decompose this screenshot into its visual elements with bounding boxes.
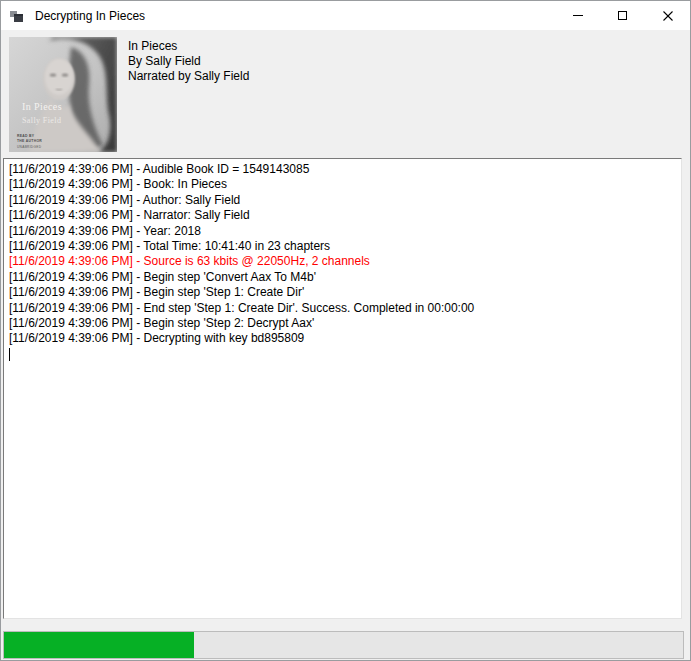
cover-readby-line2: THE AUTHOR: [17, 139, 42, 143]
book-info: In Pieces By Sally Field Narrated by Sal…: [128, 39, 249, 84]
cover-edition-text: UNABRIDGED: [17, 145, 42, 149]
log-line: [11/6/2019 4:39:06 PM] - Begin step 'Ste…: [9, 316, 676, 331]
log-line: [11/6/2019 4:39:06 PM] - Total Time: 10:…: [9, 239, 676, 254]
window-title: Decrypting In Pieces: [35, 9, 555, 23]
book-narrator: Narrated by Sally Field: [128, 69, 249, 84]
cover-title-text: In Pieces: [22, 101, 62, 112]
caption-buttons: [555, 1, 690, 30]
log-line: [11/6/2019 4:39:06 PM] - Decrypting with…: [9, 331, 676, 346]
log-line: [11/6/2019 4:39:06 PM] - Source is 63 kb…: [9, 254, 676, 269]
log-line: [11/6/2019 4:39:06 PM] - Audible Book ID…: [9, 162, 676, 177]
log-output[interactable]: [11/6/2019 4:39:06 PM] - Audible Book ID…: [3, 158, 682, 619]
book-cover-image: In Pieces Sally Field READ BY THE AUTHOR…: [9, 37, 117, 152]
progress-bar-fill: [4, 632, 194, 658]
maximize-icon: [618, 11, 627, 20]
cover-readby-line1: READ BY: [17, 134, 35, 138]
close-icon: [663, 11, 673, 21]
title-bar[interactable]: Decrypting In Pieces: [1, 1, 690, 30]
close-button[interactable]: [645, 1, 690, 30]
book-title: In Pieces: [128, 39, 249, 54]
log-line: [11/6/2019 4:39:06 PM] - Author: Sally F…: [9, 193, 676, 208]
log-line: [11/6/2019 4:39:06 PM] - Begin step 'Ste…: [9, 285, 676, 300]
maximize-button[interactable]: [600, 1, 645, 30]
progress-bar: [3, 631, 684, 659]
book-author: By Sally Field: [128, 54, 249, 69]
text-caret: [9, 348, 10, 361]
minimize-button[interactable]: [555, 1, 600, 30]
log-line: [11/6/2019 4:39:06 PM] - Book: In Pieces: [9, 177, 676, 192]
log-line: [11/6/2019 4:39:06 PM] - Narrator: Sally…: [9, 208, 676, 223]
log-lines: [11/6/2019 4:39:06 PM] - Audible Book ID…: [9, 162, 676, 347]
cover-author-text: Sally Field: [22, 116, 61, 125]
minimize-icon: [573, 15, 583, 16]
log-line: [11/6/2019 4:39:06 PM] - Begin step 'Con…: [9, 270, 676, 285]
app-window: Decrypting In Pieces: [0, 0, 691, 661]
log-line: [11/6/2019 4:39:06 PM] - Year: 2018: [9, 224, 676, 239]
log-line: [11/6/2019 4:39:06 PM] - End step 'Step …: [9, 301, 676, 316]
app-icon: [9, 8, 25, 24]
